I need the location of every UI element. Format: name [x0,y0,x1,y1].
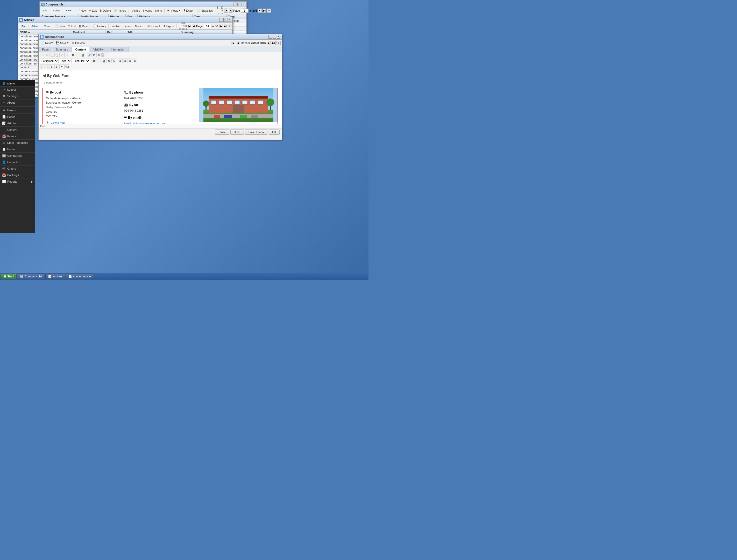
contact-minimize-btn[interactable]: _ [268,35,272,39]
company-views-btn[interactable]: 👁 Views ▾ [166,8,182,13]
articles-restore-btn[interactable]: □ [223,18,227,22]
ed-blockquote-btn[interactable]: ❝ [59,64,64,69]
contact-footer-ok-btn[interactable]: OK [269,130,279,135]
sidebar-item-content[interactable]: ◻ Content [0,127,35,133]
ed-bold-btn2[interactable]: B [92,59,96,63]
tab-page[interactable]: Page [39,47,52,52]
contact-new-btn[interactable]: 📄 New ▾ [40,41,54,45]
ed-list-ul-btn[interactable]: ≡ [49,64,54,69]
ed-more-btn[interactable]: ⋯ [103,53,108,57]
ed-color-btn[interactable]: A [111,59,116,63]
company-none-btn[interactable]: None [154,9,163,13]
sidebar-item-reports[interactable]: 📊 Reports ▶ [0,178,35,185]
articles-file-label[interactable]: File [20,25,27,27]
company-edit-btn[interactable]: ✏ Edit [88,9,98,13]
ed-align-center-btn[interactable]: ≡ [123,59,127,63]
view-map-link[interactable]: View a map [51,121,65,124]
company-new-btn[interactable]: 📄 New [76,9,88,13]
sidebar-item-companies[interactable]: 🏢 Companies [0,153,35,159]
articles-first-page-btn[interactable]: |◀ [188,24,191,28]
ed-paragraph-select[interactable]: Paragraph [40,59,59,63]
sidebar-item-orders[interactable]: 🛒 Orders [0,166,35,172]
ed-html-btn[interactable]: HTML [64,64,69,69]
articles-none-btn[interactable]: None [134,24,143,28]
ed-btn-6[interactable]: ↪ [64,53,69,57]
tab-content[interactable]: Content [72,47,90,52]
company-history-btn[interactable]: 🕐 History [112,9,127,13]
ed-image-btn[interactable]: 🖼 [92,53,97,57]
contact-first-record-btn[interactable]: |◀ [231,41,235,45]
contact-close-btn[interactable]: ✕ [277,35,280,39]
sidebar-item-menus[interactable]: ≡ Menus [0,107,35,114]
company-page-input[interactable] [241,9,248,13]
sidebar-item-logout[interactable]: ↗ Logout [0,87,35,93]
articles-views-btn[interactable]: 👁 Views ▾ [146,24,161,28]
contact-footer-save-new-btn[interactable]: Save & New [245,130,268,135]
company-export-btn[interactable]: ⬆ Export [182,8,196,13]
articles-window-controls[interactable]: _ □ ✕ [219,18,231,22]
contact-restore-btn[interactable]: □ [272,35,276,39]
contact-refresh-record-btn[interactable]: ↻ [276,41,281,45]
ed-btn-3[interactable]: 📋 [49,53,54,57]
articles-visible-btn[interactable]: Visible [110,24,121,28]
contact-window-controls[interactable]: _ □ ✕ [268,35,280,39]
ed-style-select[interactable]: Style [59,59,71,63]
company-refresh-btn[interactable]: ↻ [267,9,271,13]
contact-prev-record-btn[interactable]: ◀ [236,41,240,45]
tab-information[interactable]: Information [107,47,128,52]
articles-last-page-btn[interactable]: ▶| [224,24,227,28]
articles-page-input[interactable] [204,24,211,28]
ed-underline-btn2[interactable]: U [102,59,106,63]
articles-export-btn[interactable]: ⬆ Export [162,24,175,28]
articles-prev-page-btn[interactable]: ◀ [192,24,196,28]
company-statistics-btn[interactable]: 📊 Statistics [196,8,214,13]
sidebar-item-about[interactable]: ● About [0,99,35,106]
ed-indent-more-btn[interactable]: ⇥ [45,64,49,69]
contact-last-record-btn[interactable]: ▶| [271,41,276,45]
ed-list-ol-btn[interactable]: ≡ [54,64,59,69]
company-first-page-btn[interactable]: |◀ [224,9,228,13]
contact-preview-btn[interactable]: 👁 Preview [70,41,87,45]
ed-underline-btn[interactable]: U [81,53,85,57]
contact-footer-close-btn[interactable]: Close [215,130,229,135]
articles-view-label[interactable]: View [43,25,51,27]
email-address[interactable]: info@midlandsaerospace.org.uk [124,122,165,124]
company-minimize-btn[interactable]: _ [233,3,237,6]
articles-close-btn[interactable]: ✕ [227,18,231,22]
ed-strike-btn[interactable]: S̶ [106,59,111,63]
map-link[interactable]: 📍 View a map [46,121,118,124]
company-close-btn[interactable]: ✕ [241,3,245,6]
ed-fontsize-select[interactable]: Font Size [72,59,90,63]
ed-bold-btn[interactable]: B [71,53,75,57]
company-next-page-btn[interactable]: ▶ [258,9,262,13]
sidebar-item-contacts[interactable]: 👤 Contacts [0,159,35,166]
ed-italic-btn[interactable]: I [76,53,80,57]
contact-save-btn[interactable]: 💾 Save ▾ [55,41,70,45]
ed-btn-5[interactable]: ↩ [59,53,64,57]
sidebar-item-articles[interactable]: 📝 Articles [0,120,35,127]
sidebar-item-bookings[interactable]: 📆 Bookings [0,172,35,178]
company-inverse-btn[interactable]: Inverse [142,9,154,13]
company-last-page-btn[interactable]: ▶| [262,9,266,13]
ed-indent-less-btn[interactable]: ⇤ [40,64,44,69]
taskbar-contact-btn[interactable]: 📄 contact Article [66,274,94,279]
company-view-label[interactable]: View [64,9,73,12]
company-window-controls[interactable]: _ □ ✕ [233,3,245,6]
company-delete-btn[interactable]: 🗑 Delete [98,9,112,13]
tab-visibility[interactable]: Visibility [90,47,107,52]
articles-minimize-btn[interactable]: _ [219,18,223,22]
articles-edit-btn[interactable]: ✏ Edit [67,24,77,28]
articles-history-btn[interactable]: 🕐 History [92,24,107,28]
start-button[interactable]: ⊞ Start [1,274,17,279]
taskbar-articles-btn[interactable]: 📝 Articles [45,274,65,279]
ed-table-btn[interactable]: ⊞ [97,53,102,57]
ed-align-left-btn[interactable]: ≡ [118,59,123,63]
articles-select-label[interactable]: Select [30,25,40,27]
ed-justify-btn[interactable]: ≡ [133,59,137,63]
tab-summary[interactable]: Summary [53,47,71,52]
company-select-label[interactable]: Select [52,9,62,12]
articles-delete-btn[interactable]: 🗑 Delete [77,24,91,28]
company-prev-page-btn[interactable]: ◀ [229,9,233,13]
sidebar-item-events[interactable]: 📅 Events [0,133,35,140]
articles-next-page-btn[interactable]: ▶ [219,24,223,28]
